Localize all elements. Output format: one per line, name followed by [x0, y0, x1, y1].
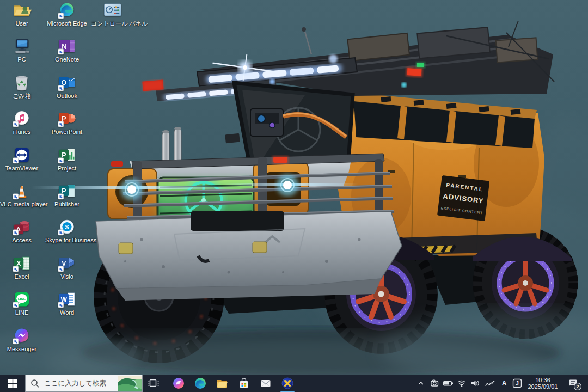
speaker-icon	[470, 379, 480, 388]
project-icon: P	[57, 146, 77, 164]
desktop-icon-label: iTunes	[0, 128, 44, 136]
desktop-icon-label: Skype for Business	[45, 237, 89, 244]
app-x-icon	[281, 377, 294, 390]
visio-icon: V	[57, 254, 77, 272]
svg-text:S: S	[65, 224, 69, 230]
taskbar-clock[interactable]: 10:36 2025/09/01	[524, 377, 562, 390]
search-input[interactable]	[43, 379, 111, 388]
desktop-icon-recycle-bin[interactable]: ごみ箱	[0, 74, 44, 100]
taskbar-search-box[interactable]	[25, 375, 143, 392]
store-icon	[237, 377, 250, 390]
line-icon: LINE	[12, 290, 32, 308]
svg-text:LINE: LINE	[18, 297, 26, 301]
desktop-icon-excel[interactable]: X Excel	[0, 254, 44, 280]
taskbar-app-copilot[interactable]	[168, 375, 189, 392]
action-center-button[interactable]: 2	[562, 375, 585, 392]
taskbar-app-store[interactable]	[233, 375, 255, 392]
desktop-icon-pc[interactable]: PC	[0, 37, 44, 63]
desktop-icon-label: OneNote	[45, 56, 89, 63]
volume-button[interactable]	[468, 375, 482, 392]
desktop-icon-teamviewer[interactable]: TeamViewer	[0, 146, 44, 172]
taskbar: A J 10:36 2025/09/01 2	[0, 375, 588, 392]
desktop-icon-label: LINE	[0, 309, 44, 316]
desktop-icon-label: Outlook	[45, 93, 89, 100]
copilot-icon	[172, 377, 185, 390]
desktop-icon-control-panel[interactable]: コントロール パネル	[91, 1, 134, 27]
start-button[interactable]	[0, 375, 25, 392]
desktop-icon-access[interactable]: A Access	[0, 218, 44, 244]
desktop-icon-onenote[interactable]: N OneNote	[45, 37, 89, 63]
desktop-icon-edge[interactable]: Microsoft Edge	[45, 1, 89, 27]
desktop-icon-label: Access	[0, 237, 44, 244]
desktop-icon-messenger[interactable]: Messenger	[0, 327, 44, 353]
chevron-up-icon	[416, 379, 425, 388]
wifi-button[interactable]	[455, 375, 468, 392]
desktop-icon-label: TeamViewer	[0, 165, 44, 172]
desktop-icon-publisher[interactable]: P Publisher	[45, 182, 89, 208]
access-icon: A	[12, 218, 32, 236]
taskbar-app-explorer[interactable]	[211, 375, 233, 392]
camera-icon	[430, 378, 439, 388]
pc-icon	[12, 37, 32, 55]
ime-mode-indicator[interactable]: A	[498, 375, 510, 392]
edge-icon	[194, 377, 207, 390]
desktop-icon-itunes[interactable]: iTunes	[0, 109, 44, 136]
desktop-icon-user[interactable]: User	[0, 1, 44, 27]
task-view-icon	[147, 377, 160, 390]
mail-icon	[259, 377, 272, 390]
desktop-icon-label: Messenger	[0, 346, 44, 353]
onenote-icon: N	[57, 37, 77, 55]
desktop-icon-skype-business[interactable]: S Skype for Business	[45, 218, 89, 244]
user-icon	[12, 1, 32, 19]
windows-logo-icon	[8, 379, 17, 388]
desktop-icon-vlc[interactable]: VLC media player	[0, 182, 44, 208]
desktop-icon-label: Visio	[45, 273, 89, 280]
desktop-icon-outlook[interactable]: O Outlook	[45, 74, 89, 100]
powerpoint-icon: P	[57, 109, 77, 127]
taskbar-app-app-x[interactable]	[277, 375, 298, 392]
outlook-icon: O	[57, 74, 77, 91]
desktop-icon-label: Project	[45, 165, 89, 172]
desktop: PARENTAL ADVISORY EXPLICIT CONTENT User	[0, 0, 588, 375]
vlc-icon	[12, 182, 32, 200]
taskbar-app-mail[interactable]	[255, 375, 277, 392]
desktop-icon-project[interactable]: P Project	[45, 146, 89, 172]
publisher-icon: P	[57, 182, 77, 200]
desktop-icon-visio[interactable]: V Visio	[45, 254, 89, 280]
control-panel-icon	[103, 1, 122, 19]
desktop-icon-label: Excel	[0, 273, 44, 280]
messenger-icon	[12, 327, 32, 345]
teamviewer-icon	[12, 146, 32, 164]
ime-mode-label: A	[502, 379, 507, 387]
notification-badge: 2	[574, 383, 581, 390]
desktop-icon-powerpoint[interactable]: P PowerPoint	[45, 109, 89, 136]
advisory-sticker: PARENTAL ADVISORY EXPLICIT CONTENT	[437, 175, 489, 221]
camera-tray-button[interactable]	[427, 375, 441, 392]
desktop-icon-label: PC	[0, 56, 44, 63]
desktop-icon-label: ごみ箱	[0, 93, 44, 100]
wifi-icon	[457, 379, 467, 388]
hidden-icons-button[interactable]	[414, 375, 427, 392]
task-view-button[interactable]	[143, 375, 164, 392]
edge-icon	[57, 1, 77, 19]
pen-ink-icon	[485, 379, 495, 388]
desktop-icon-label: VLC media player	[0, 201, 44, 208]
desktop-icon-label: コントロール パネル	[91, 20, 134, 27]
clock-time: 10:36	[525, 377, 561, 384]
ime-language-button[interactable]: J	[510, 375, 524, 392]
taskbar-app-edge[interactable]	[189, 375, 211, 392]
battery-icon	[443, 379, 454, 388]
desktop-icon-word[interactable]: W Word	[45, 290, 89, 316]
windows-ink-button[interactable]	[482, 375, 498, 392]
desktop-icon-line[interactable]: LINE LINE	[0, 290, 44, 316]
show-desktop-button[interactable]	[585, 375, 588, 392]
search-icon	[30, 379, 40, 388]
explorer-icon	[216, 377, 229, 390]
system-tray: A J 10:36 2025/09/01 2	[414, 375, 588, 392]
word-icon: W	[57, 290, 77, 308]
search-highlight-art[interactable]	[118, 376, 142, 391]
desktop-icon-label: Microsoft Edge	[45, 20, 89, 27]
battery-button[interactable]	[441, 375, 455, 392]
itunes-icon	[12, 109, 32, 127]
desktop-icon-label: User	[0, 20, 44, 27]
